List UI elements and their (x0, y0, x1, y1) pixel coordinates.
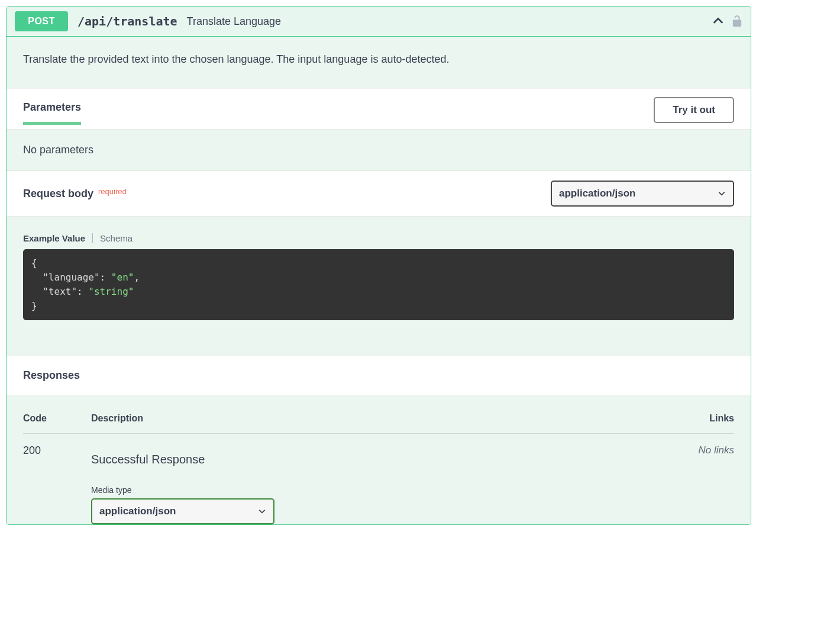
response-description: Successful Response (91, 453, 675, 466)
unlock-icon[interactable] (732, 15, 742, 28)
try-it-out-button[interactable]: Try it out (654, 97, 734, 123)
request-body-label: Request body (23, 188, 93, 200)
operation-description: Translate the provided text into the cho… (7, 37, 751, 88)
request-body-example-section: Example Value Schema { "language": "en",… (7, 217, 751, 356)
col-links: Links (675, 413, 734, 424)
chevron-down-icon (718, 189, 726, 198)
response-links: No links (675, 444, 734, 524)
response-media-type-value: application/json (99, 505, 176, 517)
example-value-tab[interactable]: Example Value (23, 233, 93, 243)
endpoint-summary: Translate Language (187, 15, 281, 28)
response-code: 200 (23, 444, 91, 524)
responses-table: Code Description Links 200 Successful Re… (7, 395, 751, 524)
operation-block: POST /api/translate Translate Language T… (6, 6, 751, 525)
parameters-bar: Parameters Try it out (7, 88, 751, 130)
model-tabs: Example Value Schema (23, 233, 734, 243)
col-code: Code (23, 413, 91, 424)
content-type-value: application/json (559, 188, 635, 199)
response-row: 200 Successful Response Media type appli… (23, 434, 734, 524)
response-media-type-select[interactable]: application/json (91, 498, 274, 524)
schema-tab[interactable]: Schema (93, 233, 133, 243)
content-type-select[interactable]: application/json (551, 181, 734, 207)
operation-header[interactable]: POST /api/translate Translate Language (7, 7, 751, 37)
endpoint-path: /api/translate (77, 14, 177, 28)
chevron-up-icon[interactable] (712, 15, 725, 28)
example-json[interactable]: { "language": "en", "text": "string" } (23, 249, 734, 320)
responses-table-head: Code Description Links (23, 413, 734, 434)
required-badge: required (98, 187, 127, 196)
svg-rect-0 (733, 20, 741, 27)
col-description: Description (91, 413, 675, 424)
media-type-label: Media type (91, 485, 675, 495)
request-body-bar: Request body required application/json (7, 171, 751, 217)
responses-label: Responses (7, 356, 751, 395)
response-description-cell: Successful Response Media type applicati… (91, 444, 675, 524)
http-method-badge: POST (15, 11, 68, 31)
parameters-tab[interactable]: Parameters (23, 101, 81, 125)
no-parameters-text: No parameters (7, 130, 751, 171)
chevron-down-icon (258, 507, 266, 516)
